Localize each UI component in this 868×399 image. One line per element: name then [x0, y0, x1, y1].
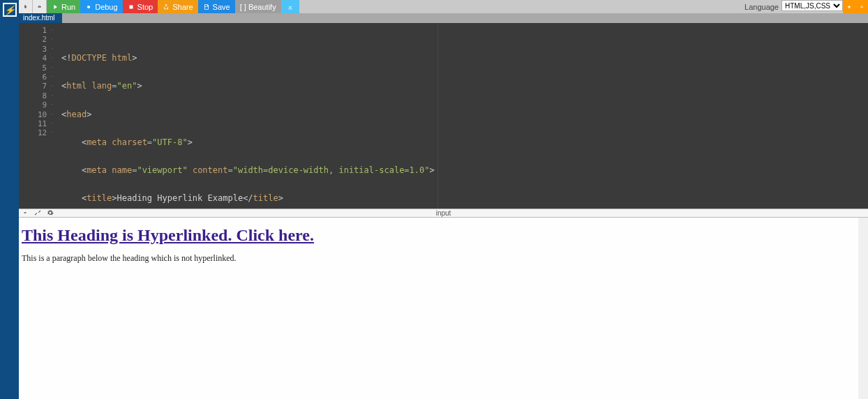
left-rail: ⚡ [0, 0, 19, 399]
save-button[interactable]: Save [198, 0, 235, 13]
line-number: 1 [19, 26, 54, 35]
help-button[interactable]: ? [843, 0, 855, 13]
gear-small-icon[interactable] [47, 209, 54, 218]
tab-bar: index.html [19, 13, 868, 23]
output-heading-link[interactable]: This Heading is Hyperlinked. Click here. [22, 226, 314, 244]
logo-icon[interactable]: ⚡ [3, 3, 17, 17]
svg-point-0 [87, 5, 90, 8]
share-icon [163, 3, 170, 10]
output-paragraph: This is a paragraph below the heading wh… [22, 253, 865, 264]
panel-divider[interactable]: input [19, 209, 868, 218]
download-button[interactable] [281, 0, 299, 13]
line-number: 3 [19, 45, 54, 54]
line-number: 8 [19, 91, 54, 100]
line-number: 11 [19, 119, 54, 128]
code-area[interactable]: <!DOCTYPE html> <html lang="en"> <head> … [59, 23, 868, 209]
run-label: Run [61, 3, 75, 11]
output-panel: This Heading is Hyperlinked. Click here.… [19, 218, 868, 399]
download-icon [287, 3, 294, 10]
file-tab[interactable]: index.html [19, 13, 62, 23]
play-icon [52, 3, 59, 10]
expand-icon[interactable] [34, 209, 41, 218]
line-number: 12 [19, 128, 54, 137]
output-heading: This Heading is Hyperlinked. Click here. [22, 226, 865, 245]
beautify-label: [ ] Beautify [240, 3, 276, 11]
language-select[interactable]: HTML,JS,CSS [781, 0, 843, 11]
line-number: 5 [19, 63, 54, 73]
stop-label: Stop [137, 3, 154, 11]
upload-button[interactable] [33, 0, 47, 13]
save-label: Save [213, 3, 230, 11]
gear-icon [860, 3, 863, 10]
share-label: Share [172, 3, 193, 11]
debug-label: Debug [95, 3, 117, 11]
file-icon [24, 3, 27, 10]
beautify-button[interactable]: [ ] Beautify [235, 0, 281, 13]
cloud-upload-icon [38, 3, 41, 10]
toolbar-spacer [299, 0, 744, 13]
line-number: 9 [19, 100, 54, 110]
input-tab-label[interactable]: input [436, 209, 451, 217]
save-icon [203, 3, 210, 10]
language-label: Language [744, 0, 781, 13]
line-number: 4 [19, 54, 54, 63]
stop-button[interactable]: Stop [123, 0, 158, 13]
chevron-down-icon[interactable] [22, 209, 29, 218]
line-gutter: 1 2 3 4 5 6 7 8 9 10 11 12 [19, 23, 59, 209]
line-number: 6 [19, 73, 54, 82]
line-number: 7 [19, 82, 54, 91]
new-file-button[interactable] [19, 0, 33, 13]
bug-icon [85, 3, 92, 10]
toolbar: Run Debug Stop Share Save [ ] Beautify L… [19, 0, 868, 13]
run-button[interactable]: Run [47, 0, 80, 13]
svg-rect-1 [129, 5, 133, 8]
share-button[interactable]: Share [158, 0, 197, 13]
line-number: 2 [19, 35, 54, 44]
main-column: Run Debug Stop Share Save [ ] Beautify L… [19, 0, 868, 399]
line-number: 10 [19, 110, 54, 119]
stop-icon [128, 3, 135, 10]
debug-button[interactable]: Debug [80, 0, 122, 13]
code-editor[interactable]: 1 2 3 4 5 6 7 8 9 10 11 12 <!DOCTYPE htm… [19, 23, 868, 209]
output-scrollbar[interactable] [858, 218, 868, 399]
settings-button[interactable] [855, 0, 868, 13]
question-icon: ? [848, 3, 851, 10]
